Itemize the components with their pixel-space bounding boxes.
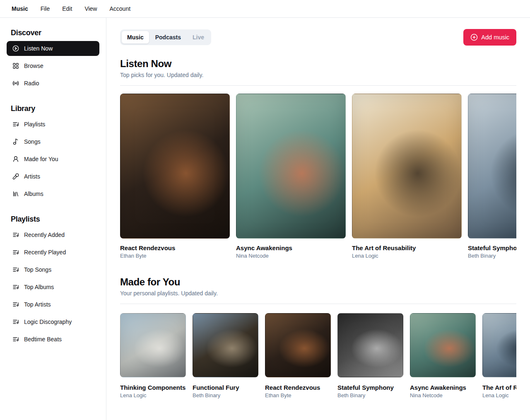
album-art-image[interactable] <box>482 313 516 377</box>
sidebar-item-top-artists[interactable]: Top Artists <box>7 297 99 312</box>
album-title: Async Awakenings <box>410 384 476 391</box>
sidebar-item-bedtime-beats[interactable]: Bedtime Beats <box>7 332 99 347</box>
sidebar-section-library: LibraryPlaylistsSongsMade for YouArtists… <box>7 104 99 201</box>
sidebar-item-label: Browse <box>24 63 43 69</box>
sidebar-item-label: Radio <box>24 80 39 87</box>
album-artist: Ethan Byte <box>265 392 331 398</box>
menubar-item-edit[interactable]: Edit <box>62 4 72 14</box>
listen-now-row: React RendezvousEthan ByteAsync Awakenin… <box>120 86 516 259</box>
list-music-icon <box>12 266 19 273</box>
album-title: Functional Fury <box>193 384 258 391</box>
sidebar-item-radio[interactable]: Radio <box>7 76 99 91</box>
sidebar-item-listen-now[interactable]: Listen Now <box>7 41 99 56</box>
radio-icon <box>12 80 19 87</box>
sidebar-item-songs[interactable]: Songs <box>7 134 99 149</box>
sidebar-item-top-albums[interactable]: Top Albums <box>7 280 99 294</box>
sidebar-section-title: Playlists <box>7 215 99 224</box>
list-music-icon <box>12 319 19 325</box>
menubar-item-account[interactable]: Account <box>109 4 130 14</box>
layout-grid-icon <box>12 63 19 69</box>
sidebar-item-label: Artists <box>24 173 40 180</box>
music-note-icon <box>12 138 19 145</box>
album-card-thinking-components: Thinking ComponentsLena Logic <box>120 313 186 398</box>
album-title: Async Awakenings <box>236 244 346 251</box>
sidebar-item-label: Top Artists <box>24 301 51 308</box>
tabs-list: MusicPodcastsLive <box>120 29 211 45</box>
microphone-icon <box>12 173 19 180</box>
sidebar-item-label: Recently Added <box>24 232 65 238</box>
album-art-image[interactable] <box>468 94 516 239</box>
sidebar-item-label: Recently Played <box>24 249 66 256</box>
list-music-icon <box>12 232 19 238</box>
list-music-icon <box>12 249 19 256</box>
menubar-item-music[interactable]: Music <box>12 4 28 14</box>
menubar-item-file[interactable]: File <box>41 4 50 14</box>
album-title: React Rendezvous <box>265 384 331 391</box>
album-artist: Beth Binary <box>337 392 403 398</box>
sidebar-item-label: Playlists <box>24 121 45 128</box>
music-app-window: { "colors": { "accent": "#e8234e", "acti… <box>0 0 530 420</box>
album-artist: Lena Logic <box>120 392 186 398</box>
tab-podcasts[interactable]: Podcasts <box>150 31 186 43</box>
album-card-stateful-symphony: Stateful SymphonyBeth Binary <box>468 94 516 259</box>
album-card-react-rendezvous: React RendezvousEthan Byte <box>265 313 331 398</box>
album-card-functional-fury: Functional FuryBeth Binary <box>193 313 258 398</box>
made-for-you-row: Thinking ComponentsLena LogicFunctional … <box>120 304 516 398</box>
sidebar-item-label: Made for You <box>24 156 58 162</box>
sidebar-item-label: Listen Now <box>24 45 53 52</box>
sidebar-item-label: Albums <box>24 191 43 197</box>
sidebar-section-playlists: PlaylistsRecently AddedRecently PlayedTo… <box>7 215 99 347</box>
album-art-image[interactable] <box>265 313 331 377</box>
sidebar-item-browse[interactable]: Browse <box>7 58 99 73</box>
sidebar-item-label: Top Songs <box>24 266 51 273</box>
listen-now-section: Listen Now Top picks for you. Updated da… <box>120 58 516 259</box>
album-art-image[interactable] <box>410 313 476 377</box>
menubar: MusicFileEditViewAccount <box>0 0 530 18</box>
main-content: MusicPodcastsLive Add music Listen Now T… <box>106 18 530 420</box>
list-music-icon <box>12 121 19 128</box>
page-title: Listen Now <box>120 58 516 70</box>
album-artist: Beth Binary <box>193 392 258 398</box>
list-music-icon <box>12 301 19 308</box>
album-title: Stateful Symphony <box>337 384 403 391</box>
album-artist: Ethan Byte <box>120 253 230 259</box>
add-music-button[interactable]: Add music <box>463 29 516 46</box>
main-header: MusicPodcastsLive Add music <box>120 29 516 46</box>
album-title: Thinking Components <box>120 384 186 391</box>
album-art-image[interactable] <box>120 313 186 377</box>
album-card-react-rendezvous: React RendezvousEthan Byte <box>120 94 230 259</box>
album-card-the-art-of-reusability: The Art of ReusabilityLena Logic <box>352 94 462 259</box>
tab-music[interactable]: Music <box>122 31 149 43</box>
album-card-the-art-of-reusability: The Art of ReusabilityLena Logic <box>482 313 516 398</box>
sidebar-item-recently-added[interactable]: Recently Added <box>7 227 99 242</box>
sidebar-item-artists[interactable]: Artists <box>7 169 99 184</box>
app-body: DiscoverListen NowBrowseRadioLibraryPlay… <box>0 18 530 420</box>
tab-live[interactable]: Live <box>187 31 210 43</box>
sidebar-item-logic-discography[interactable]: Logic Discography <box>7 314 99 329</box>
album-art-image[interactable] <box>193 313 258 377</box>
section-title: Made for You <box>120 276 516 288</box>
sidebar-item-label: Logic Discography <box>24 319 72 325</box>
sidebar-item-albums[interactable]: Albums <box>7 186 99 201</box>
sidebar-section-discover: DiscoverListen NowBrowseRadio <box>7 29 99 91</box>
album-title: Stateful Symphony <box>468 244 516 251</box>
album-art-image[interactable] <box>352 94 462 239</box>
section-subtitle: Your personal playlists. Updated daily. <box>120 290 516 297</box>
album-title: The Art of Reusability <box>482 384 516 391</box>
sidebar-item-recently-played[interactable]: Recently Played <box>7 245 99 260</box>
album-artist: Lena Logic <box>352 253 462 259</box>
sidebar-item-label: Top Albums <box>24 284 54 290</box>
album-artist: Beth Binary <box>468 253 516 259</box>
sidebar-item-label: Bedtime Beats <box>24 336 62 343</box>
sidebar-item-playlists[interactable]: Playlists <box>7 117 99 132</box>
album-art-image[interactable] <box>120 94 230 239</box>
sidebar: DiscoverListen NowBrowseRadioLibraryPlay… <box>0 18 106 420</box>
menubar-item-view[interactable]: View <box>84 4 97 14</box>
album-title: The Art of Reusability <box>352 244 462 251</box>
circle-plus-icon <box>470 34 478 41</box>
album-art-image[interactable] <box>337 313 403 377</box>
sidebar-item-made-for-you[interactable]: Made for You <box>7 152 99 167</box>
sidebar-item-top-songs[interactable]: Top Songs <box>7 262 99 277</box>
album-card-stateful-symphony: Stateful SymphonyBeth Binary <box>337 313 403 398</box>
album-art-image[interactable] <box>236 94 346 239</box>
